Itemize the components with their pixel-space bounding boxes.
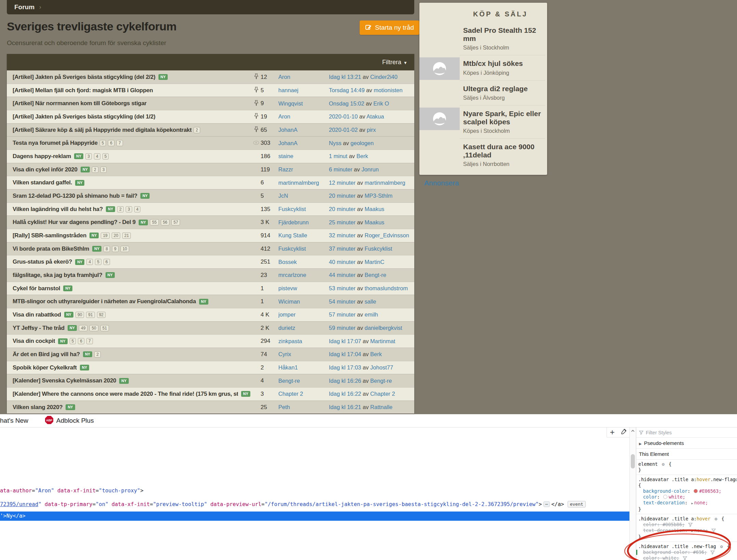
thread-row[interactable]: Vilken slang 2020?NY25PethIdag kl 16:21 … bbox=[7, 401, 414, 414]
page-number-chip[interactable]: 4 bbox=[86, 259, 93, 265]
page-number-chip[interactable]: 3 bbox=[126, 206, 132, 212]
eyedropper-icon[interactable] bbox=[621, 429, 627, 436]
advertise-link[interactable]: Annonsera bbox=[424, 179, 459, 187]
thread-author-link[interactable]: durietz bbox=[278, 325, 329, 331]
page-number-chip[interactable]: 20 bbox=[112, 233, 120, 239]
last-post-user-link[interactable]: martinmalmberg bbox=[365, 180, 405, 186]
thread-row[interactable]: Visa din cykel inför 2020NY23119Razzr6 m… bbox=[7, 163, 414, 176]
thread-author-link[interactable]: JohanA bbox=[278, 140, 329, 146]
thread-author-link[interactable]: Fuskcyklist bbox=[278, 206, 329, 212]
filter-funnel-icon[interactable] bbox=[688, 523, 693, 527]
thread-author-link[interactable]: mrcarlzone bbox=[278, 272, 329, 278]
dom-code-line[interactable]: 72395/unread" data-tp-primary="on" data-… bbox=[0, 501, 586, 507]
scrollbar-thumb[interactable] bbox=[631, 454, 635, 468]
thread-author-link[interactable]: Wingqvist bbox=[278, 100, 329, 107]
classified-listing[interactable]: Sadel Pro Stealth 152 mmSäljes i Stockho… bbox=[419, 22, 547, 55]
last-post-user-link[interactable]: Berk bbox=[357, 153, 368, 159]
thread-row[interactable]: YT Jeffsy - The trådNY4950512 Kdurietz59… bbox=[7, 321, 414, 335]
pseudo-elements-section[interactable]: ▶Pseudo-elements bbox=[636, 438, 737, 449]
color-swatch[interactable] bbox=[663, 495, 667, 499]
last-post-user-link[interactable]: Jonrun bbox=[361, 166, 378, 172]
thread-row[interactable]: Grus-status på ekerö?NY456251Bossek40 mi… bbox=[7, 255, 414, 268]
last-post-user-link[interactable]: Maakus bbox=[365, 206, 385, 212]
thread-author-link[interactable]: Bengt-re bbox=[278, 378, 329, 384]
last-post-time-link[interactable]: Idag kl 16:21 bbox=[329, 404, 361, 410]
last-post-time-link[interactable]: 54 minuter bbox=[329, 298, 356, 305]
page-number-chip[interactable]: 50 bbox=[89, 325, 98, 331]
thread-row[interactable]: [Kalender] Where the cannons once were m… bbox=[7, 387, 414, 401]
thread-row[interactable]: Sram 12-delad PG-1230 på shimano hub = f… bbox=[7, 189, 414, 202]
last-post-user-link[interactable]: Roger_Edvinsson bbox=[365, 232, 409, 238]
last-post-time-link[interactable]: 25 minuter bbox=[329, 219, 356, 225]
last-post-time-link[interactable]: Idag kl 17:07 bbox=[329, 338, 361, 344]
last-post-user-link[interactable]: pirx bbox=[367, 127, 376, 133]
page-number-chip[interactable]: 9 bbox=[112, 246, 119, 252]
css-declaration[interactable]: background-color: #E06563; bbox=[638, 488, 737, 494]
thread-title-link[interactable]: [Kalender] Where the cannons once were m… bbox=[13, 391, 238, 397]
thread-title-link[interactable]: fälgslitage, ska jag byta framhjul? bbox=[13, 272, 102, 279]
thread-row[interactable]: Hallå cyklist! Hur var dagens pendling? … bbox=[7, 215, 414, 229]
thread-author-link[interactable]: pistevw bbox=[278, 285, 329, 292]
breadcrumb-forum-link[interactable]: Forum bbox=[14, 3, 34, 11]
thread-title-link[interactable]: Sram 12-delad PG-1230 på shimano hub = f… bbox=[13, 193, 137, 199]
element-style-rule[interactable]: element ⚙ {} bbox=[636, 460, 737, 475]
last-post-time-link[interactable]: 32 minuter bbox=[329, 232, 356, 238]
thread-title-link[interactable]: Visa din rabattkod bbox=[13, 311, 61, 318]
filter-funnel-icon[interactable] bbox=[710, 550, 715, 555]
thread-title-link[interactable]: Vilken standard gaffel. bbox=[13, 179, 72, 186]
thread-title-link[interactable]: Testa nya forumet på Happyride bbox=[13, 140, 98, 146]
thread-title-link[interactable]: Vilken lagändring vill du helst ha? bbox=[13, 206, 103, 213]
thread-author-link[interactable]: Bossek bbox=[278, 259, 329, 265]
thread-author-link[interactable]: Håkan1 bbox=[278, 364, 329, 371]
thread-title-link[interactable]: Cykel för barnstol bbox=[13, 285, 60, 292]
page-number-chip[interactable]: 51 bbox=[100, 325, 109, 331]
thread-row[interactable]: [Artikel] Jakten på Sveriges bästa stigc… bbox=[7, 70, 414, 84]
last-post-user-link[interactable]: motionisten bbox=[374, 87, 402, 93]
page-number-chip[interactable]: 5 bbox=[102, 153, 109, 159]
thread-title-link[interactable]: Är det en Bird jag vill ha? bbox=[13, 351, 80, 358]
thread-row[interactable]: Vi borde prata om BikeSthlmNY8910412Fusk… bbox=[7, 242, 414, 255]
css-rule[interactable]: .hideavatar .title a:hover ⚙ {color: #00… bbox=[636, 514, 737, 542]
classified-listing[interactable]: Kasett dura ace 9000 ,11deladSäljes i No… bbox=[419, 139, 547, 171]
css-declaration[interactable]: color: white; bbox=[638, 555, 737, 560]
thread-title-link[interactable]: YT Jeffsy - The tråd bbox=[13, 325, 65, 332]
page-number-chip[interactable]: 6 bbox=[108, 140, 114, 146]
page-number-chip[interactable]: 3 bbox=[85, 153, 92, 159]
last-post-user-link[interactable]: geologen bbox=[350, 140, 374, 146]
thread-title-link[interactable]: Grus-status på ekerö? bbox=[13, 258, 72, 265]
thread-author-link[interactable]: Peth bbox=[278, 404, 329, 410]
gear-icon[interactable]: ⚙ bbox=[714, 516, 717, 521]
page-number-chip[interactable]: 5 bbox=[95, 259, 101, 265]
last-post-time-link[interactable]: Idag kl 17:04 bbox=[329, 351, 361, 357]
thread-title-link[interactable]: Visa din cykel inför 2020 bbox=[13, 166, 78, 173]
thread-author-link[interactable]: Chapter 2 bbox=[278, 391, 329, 397]
last-post-time-link[interactable]: 1 minut bbox=[329, 153, 347, 159]
thread-row[interactable]: Är det en Bird jag vill ha?NY274CyrixIda… bbox=[7, 348, 414, 361]
thread-author-link[interactable]: Fjärdebrunn bbox=[278, 219, 329, 226]
thread-author-link[interactable]: JcN bbox=[278, 193, 329, 199]
thread-title-link[interactable]: Vilken slang 2020? bbox=[13, 404, 62, 411]
thread-author-link[interactable]: staine bbox=[278, 153, 329, 159]
page-number-chip[interactable]: 19 bbox=[101, 233, 109, 239]
page-number-chip[interactable]: 6 bbox=[78, 338, 84, 344]
thread-author-link[interactable]: Aron bbox=[278, 113, 329, 120]
thread-title-link[interactable]: [Artikel] Jakten på Sveriges bästa stigc… bbox=[13, 74, 155, 81]
thread-row[interactable]: Dagens happy-reklamNY345186staine1 minut… bbox=[7, 150, 414, 163]
expand-arrow-icon[interactable]: ▶ bbox=[691, 501, 693, 506]
last-post-user-link[interactable]: Erik O bbox=[373, 100, 389, 107]
last-post-time-link[interactable]: Onsdag 15:02 bbox=[329, 100, 364, 107]
thread-row[interactable]: Visa din rabattkodNY9091924 Kjomper57 mi… bbox=[7, 308, 414, 321]
page-number-chip[interactable]: 91 bbox=[86, 312, 95, 318]
listing-title[interactable]: Nyare Spark, Epic eller scalpel köpes bbox=[463, 110, 542, 126]
expand-arrow-icon[interactable]: ▶ bbox=[691, 528, 693, 534]
page-number-chip[interactable]: 21 bbox=[122, 233, 131, 239]
thread-author-link[interactable]: Fuskcyklist bbox=[278, 246, 329, 252]
thread-row[interactable]: Cykel för barnstolNY1pistevw53 minuter a… bbox=[7, 282, 414, 295]
page-number-chip[interactable]: 7 bbox=[86, 338, 93, 344]
css-declaration[interactable]: text-decoration: ▶none; bbox=[638, 500, 737, 506]
start-new-thread-button[interactable]: Starta ny tråd bbox=[360, 20, 419, 35]
last-post-time-link[interactable]: 37 minuter bbox=[329, 246, 356, 252]
thread-author-link[interactable]: Aron bbox=[278, 74, 329, 80]
css-declaration[interactable]: color: white; bbox=[638, 494, 737, 500]
last-post-user-link[interactable]: Chapter 2 bbox=[370, 391, 395, 397]
